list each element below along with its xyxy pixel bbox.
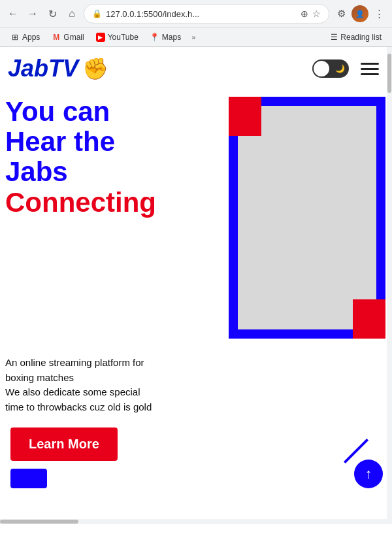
- puzzle-icon[interactable]: ⚙: [333, 6, 349, 22]
- bookmark-apps[interactable]: ⊞ Apps: [5, 31, 45, 44]
- hero-section: You can Hear the Jabs Connecting: [0, 90, 392, 345]
- browser-top-bar: ← → ↻ ⌂ 🔒 127.0.0.1:5500/index.h... ⊕ ☆ …: [0, 0, 392, 27]
- bookmark-youtube-label: YouTube: [108, 33, 139, 42]
- reading-list-label: Reading list: [340, 33, 382, 42]
- hero-image-container: [229, 97, 392, 345]
- bookmark-apps-label: Apps: [22, 33, 40, 42]
- scroll-top-arrow-icon: ↑: [365, 465, 372, 482]
- horizontal-scrollbar[interactable]: [0, 519, 387, 524]
- gmail-icon: M: [52, 33, 61, 42]
- toggle-knob: [314, 61, 329, 76]
- lock-icon: 🔒: [92, 9, 102, 18]
- apps-icon: ⊞: [10, 33, 20, 42]
- bookmark-maps-label: Maps: [162, 33, 181, 42]
- browser-chrome: ← → ↻ ⌂ 🔒 127.0.0.1:5500/index.h... ⊕ ☆ …: [0, 0, 392, 47]
- maps-icon: 📍: [150, 33, 159, 42]
- description-line-2: boxing matches: [5, 371, 387, 386]
- logo-tv: TV: [48, 55, 78, 82]
- star-icon[interactable]: ☆: [312, 8, 321, 19]
- address-bar[interactable]: 🔒 127.0.0.1:5500/index.h... ⊕ ☆: [84, 4, 329, 24]
- reading-list-icon: ☰: [331, 33, 338, 42]
- hero-heading-you-can: You can: [5, 97, 229, 127]
- back-button[interactable]: ←: [5, 6, 21, 22]
- bookmark-gmail[interactable]: M Gmail: [46, 31, 89, 44]
- browser-icons: ⚙ 👤 ⋮: [333, 5, 387, 22]
- description-line-1: An online streaming platform for: [5, 356, 387, 371]
- more-bookmarks[interactable]: »: [188, 31, 199, 43]
- description-line-3: We also dedicate some special: [5, 385, 387, 400]
- bookmark-youtube[interactable]: ▶ YouTube: [91, 31, 144, 44]
- hamburger-menu-button[interactable]: [358, 60, 382, 78]
- bookmark-gmail-label: Gmail: [63, 33, 84, 42]
- hamburger-line-3: [361, 73, 379, 75]
- reload-button[interactable]: ↻: [44, 6, 60, 22]
- bookmark-maps[interactable]: 📍 Maps: [145, 31, 186, 44]
- hero-image-frame: [229, 97, 385, 339]
- frame-corner-bottom-right: [353, 299, 385, 339]
- scroll-to-top-button[interactable]: ↑: [354, 460, 383, 488]
- fist-icon: ✊: [82, 56, 108, 81]
- cast-icon[interactable]: ⊕: [301, 8, 308, 19]
- bookmarks-bar: ⊞ Apps M Gmail ▶ YouTube 📍 Maps » ☰ Read…: [0, 27, 392, 46]
- youtube-icon: ▶: [96, 33, 105, 42]
- hero-description: An online streaming platform for boxing …: [0, 345, 392, 414]
- hero-heading-connecting: Connecting: [5, 188, 229, 218]
- hamburger-line-2: [361, 68, 379, 70]
- learn-more-button[interactable]: Learn More: [10, 427, 118, 461]
- reading-list-button[interactable]: ☰ Reading list: [325, 31, 387, 44]
- address-text: 127.0.0.1:5500/index.h...: [106, 9, 297, 19]
- site-logo: JabTV ✊: [8, 55, 108, 82]
- horizontal-scrollbar-thumb[interactable]: [0, 520, 78, 524]
- dark-mode-toggle[interactable]: 🌙: [312, 59, 349, 78]
- watch-now-button[interactable]: [10, 469, 47, 488]
- profile-avatar[interactable]: 👤: [351, 5, 368, 22]
- hamburger-line-1: [361, 63, 379, 65]
- site-header: JabTV ✊ 🌙: [0, 47, 392, 90]
- description-line-4: time to throwbacks cuz old is gold: [5, 400, 387, 415]
- page-content: JabTV ✊ 🌙 You can Hear the Jabs Connecti…: [0, 47, 392, 524]
- moon-icon: 🌙: [335, 64, 345, 73]
- forward-button[interactable]: →: [25, 6, 41, 22]
- hero-text: You can Hear the Jabs Connecting: [0, 97, 229, 345]
- logo-jab: Jab: [8, 55, 48, 82]
- hero-heading-jabs: Jabs: [5, 157, 229, 187]
- home-button[interactable]: ⌂: [64, 6, 80, 22]
- frame-corner-top-left: [229, 97, 261, 136]
- header-right: 🌙: [312, 59, 382, 78]
- hero-image: [238, 106, 376, 329]
- more-button[interactable]: ⋮: [371, 6, 387, 22]
- hero-heading-hear-the: Hear the: [5, 127, 229, 157]
